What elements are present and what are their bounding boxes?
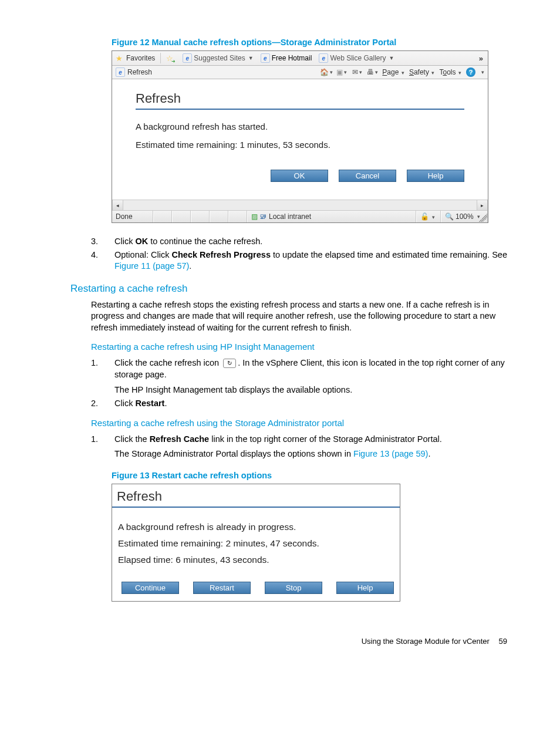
ie-page-icon: e [319,53,328,63]
help-button[interactable]: Help [407,170,464,182]
paragraph: Restarting a cache refresh stops the exi… [91,299,507,334]
favorites-label: Favorites [126,54,155,62]
figure-12-caption: Figure 12 Manual cache refresh options—S… [112,38,507,47]
favorites-star-icon: ★ [116,54,123,63]
scroll-right-icon[interactable]: ▸ [477,200,488,210]
page-number: 59 [499,637,507,646]
ie-page-icon: e [183,53,192,63]
page-menu[interactable]: Page ▾ [382,68,404,76]
horizontal-scrollbar[interactable]: ◂ ▸ [112,200,488,210]
print-icon[interactable]: 🖶▾ [367,67,377,77]
cache-refresh-icon: ↻ [223,359,236,368]
panel-line: A background refresh is already in progr… [118,522,394,532]
add-fav-icon[interactable]: ☆➜ [166,54,177,63]
step-text: Click the cache refresh icon ↻. In the v… [114,357,507,380]
security-zone: Local intranet [269,212,311,221]
ie-page-icon: e [261,53,270,63]
help-icon[interactable]: ? [466,67,475,77]
footer-section: Using the Storage Module for vCenter [362,637,490,646]
status-bar: Done ▨🖳Local intranet 🔓 ▾ 🔍100%▾ [112,210,488,222]
stop-button[interactable]: Stop [265,582,322,594]
security-zone-icon: ▨ [251,212,258,221]
command-bar: e Refresh 🏠▾ ▣▾ ✉▾ 🖶▾ Page ▾ Safety ▾ To… [112,66,488,79]
step-text: Optional: Click Check Refresh Progress t… [114,249,507,272]
status-done: Done [112,211,153,222]
step-number: 1. [91,434,114,445]
continue-button[interactable]: Continue [122,582,179,594]
ok-button[interactable]: OK [271,170,328,182]
step-number: 4. [91,249,114,272]
panel-title: Refresh [136,91,464,110]
protected-mode-icon[interactable]: 🔓 ▾ [420,212,435,221]
zoom-icon[interactable]: 🔍 [445,212,454,221]
subheading-portal: Restarting a cache refresh using the Sto… [91,418,507,428]
cancel-button[interactable]: Cancel [339,170,396,182]
read-mail-icon[interactable]: ✉▾ [352,67,362,77]
step-result: The HP Insight Management tab displays t… [114,384,507,396]
suggested-sites-link[interactable]: e Suggested Sites▼ [181,53,255,63]
step-text: Click OK to continue the cache refresh. [114,236,507,248]
figure-link[interactable]: Figure 13 (page 59) [353,449,428,458]
subheading-insight: Restarting a cache refresh using HP Insi… [91,342,507,352]
safety-menu[interactable]: Safety ▾ [409,68,435,76]
help-button[interactable]: Help [336,582,394,594]
feeds-icon[interactable]: ▣▾ [336,67,347,77]
figure-13-caption: Figure 13 Restart cache refresh options [112,471,507,480]
refresh-panel: Refresh A background refresh has started… [112,79,488,200]
overflow-chevron-icon[interactable]: » [479,54,483,63]
scroll-left-icon[interactable]: ◂ [112,200,123,210]
panel-line-1: A background refresh has started. [136,121,470,131]
panel-line: Estimated time remaining: 2 minutes, 47 … [118,538,394,549]
restart-window-screenshot: Refresh A background refresh is already … [112,484,400,602]
step-number: 1. [91,357,114,380]
zoom-level[interactable]: 100% [456,212,474,221]
panel-title: Refresh [112,484,400,508]
heading-restarting: Restarting a cache refresh [70,283,507,295]
panel-line: Elapsed time: 6 minutes, 43 seconds. [118,555,394,565]
step-text: Click the Refresh Cache link in the top … [114,434,507,445]
web-slice-gallery-link[interactable]: e Web Slice Gallery▼ [317,53,396,63]
home-icon[interactable]: 🏠▾ [321,67,332,77]
globe-icon: 🖳 [259,212,266,221]
favorites-bar: ★ Favorites ☆➜ e Suggested Sites▼ e Free… [112,51,488,66]
step-text: Click Restart. [114,398,507,410]
restart-button[interactable]: Restart [193,582,251,594]
step-result: The Storage Administrator Portal display… [114,448,507,460]
tools-menu[interactable]: Tools ▾ [439,68,461,76]
free-hotmail-link[interactable]: e Free Hotmail [259,53,314,63]
step-number: 2. [91,398,114,410]
ie-page-icon: e [116,67,125,77]
resize-grip-icon[interactable] [479,214,487,222]
step-number: 3. [91,236,114,248]
ie-window-screenshot: ★ Favorites ☆➜ e Suggested Sites▼ e Free… [112,50,488,223]
tab-title: Refresh [127,68,152,76]
figure-link[interactable]: Figure 11 (page 57) [114,261,189,271]
panel-line-2: Estimated time remaining: 1 minutes, 53 … [136,140,470,150]
